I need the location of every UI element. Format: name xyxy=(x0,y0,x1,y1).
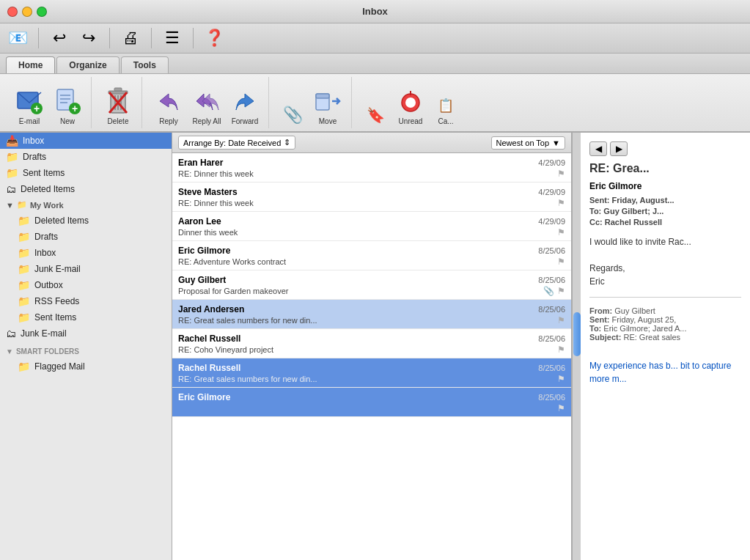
email-row-header: Rachel Russell 8/25/06 xyxy=(178,334,565,344)
email-button-label: E-mail xyxy=(19,117,40,125)
mywork-rss-icon: 📁 xyxy=(18,295,30,307)
email-row[interactable]: Eric Gilmore 8/25/06 ⚑ xyxy=(172,388,571,417)
email-row-header: Steve Masters 4/29/09 xyxy=(178,187,565,197)
tab-home[interactable]: Home xyxy=(6,56,55,73)
email-subject: RE: Dinner this week ⚑ xyxy=(178,198,565,208)
sidebar-section-smart[interactable]: ▼ SMART FOLDERS xyxy=(0,345,172,358)
email-row-header: Jared Andersen 8/25/06 xyxy=(178,304,565,314)
email-compose-icon[interactable]: 📧 xyxy=(6,26,29,50)
email-subject: Proposal for Garden makeover 📎⚑ xyxy=(178,286,565,296)
unread-button[interactable]: Unread xyxy=(393,85,428,127)
reply-all-button-label: Reply All xyxy=(193,117,221,125)
email-list-body: Eran Harer 4/29/09 RE: Dinner this week … xyxy=(172,153,571,560)
scrollbar[interactable] xyxy=(572,133,581,560)
email-row[interactable]: Steve Masters 4/29/09 RE: Dinner this we… xyxy=(172,183,571,212)
tab-tools[interactable]: Tools xyxy=(121,56,169,73)
sidebar-item-mywork-rss[interactable]: 📁 RSS Feeds xyxy=(0,293,172,309)
sidebar-section-mywork[interactable]: ▼ 📁 My Work xyxy=(0,197,172,213)
sort-selector[interactable]: Arrange By: Date Received ⇕ xyxy=(178,136,295,150)
mywork-icon: 📁 xyxy=(17,200,27,210)
email-row[interactable]: Eric Gilmore 8/25/06 RE: Adventure Works… xyxy=(172,241,571,270)
email-row[interactable]: Rachel Russell 8/25/06 RE: Great sales n… xyxy=(172,358,571,388)
reply-button[interactable]: Reply xyxy=(151,85,186,127)
prev-message-button[interactable]: ◀ xyxy=(589,141,607,156)
sidebar-item-mywork-junk[interactable]: 📁 Junk E-mail xyxy=(0,261,172,277)
order-label: Newest on Top xyxy=(496,139,550,147)
email-row[interactable]: Rachel Russell 8/25/06 RE: Coho Vineyard… xyxy=(172,329,571,358)
flagged-icon: 📁 xyxy=(18,361,30,372)
attachment-button[interactable]: 📎 xyxy=(278,103,307,127)
separator-4 xyxy=(193,28,194,48)
categorize-button[interactable]: 📋 Ca... xyxy=(431,94,460,127)
tags-button[interactable]: 🔖 xyxy=(361,103,390,127)
scroll-thumb[interactable] xyxy=(573,312,581,356)
ribbon-group-delete: Delete xyxy=(95,77,142,128)
delete-button[interactable]: Delete xyxy=(100,85,136,127)
email-sender: Aaron Lee xyxy=(178,216,221,226)
email-row[interactable]: Aaron Lee 4/29/09 Dinner this week ⚑ xyxy=(172,212,571,241)
email-subject: RE: Dinner this week ⚑ xyxy=(178,169,565,179)
reading-sent: Sent: Friday, August... xyxy=(589,196,741,205)
sidebar-item-mywork-outbox-label: Outbox xyxy=(34,280,63,290)
print-icon[interactable]: 🖨 xyxy=(119,26,142,50)
sidebar-item-sent[interactable]: 📁 Sent Items xyxy=(0,165,172,181)
sidebar-item-mywork-outbox[interactable]: 📁 Outbox xyxy=(0,277,172,293)
sidebar: 📥 Inbox 📁 Drafts 📁 Sent Items 🗂 Deleted … xyxy=(0,133,172,560)
reading-body: I would like to invite Rac... Regards, E… xyxy=(589,235,741,288)
forward-button-label: Forward xyxy=(232,117,259,125)
minimize-button[interactable] xyxy=(22,7,32,17)
email-row[interactable]: Guy Gilbert 8/25/06 Proposal for Garden … xyxy=(172,270,571,300)
title-bar: Inbox xyxy=(0,0,750,23)
tags-icon: 🔖 xyxy=(365,105,386,125)
next-message-button[interactable]: ▶ xyxy=(610,141,628,156)
sidebar-item-deleted-label: Deleted Items xyxy=(21,184,75,194)
flag-icon: ⚑ xyxy=(557,257,565,267)
sidebar-item-drafts[interactable]: 📁 Drafts xyxy=(0,149,172,165)
forward-button[interactable]: Forward xyxy=(227,85,262,127)
undo-icon[interactable]: ↩ xyxy=(48,26,71,50)
reply-all-button[interactable]: Reply All xyxy=(189,85,224,127)
sidebar-item-drafts-label: Drafts xyxy=(23,152,46,162)
email-sender: Rachel Russell xyxy=(178,334,240,344)
move-button-label: Move xyxy=(319,117,337,125)
sort-label: Arrange By: Date Received xyxy=(183,139,281,147)
email-date: 8/25/06 xyxy=(538,393,565,402)
tab-organize[interactable]: Organize xyxy=(56,56,119,73)
order-selector[interactable]: Newest on Top ▼ xyxy=(491,136,565,150)
help-icon[interactable]: ❓ xyxy=(202,26,226,50)
ribbon-group-tags: 🔖 Unread 📋 Ca... xyxy=(355,77,466,128)
redo-icon[interactable]: ↪ xyxy=(77,26,100,50)
move-button[interactable]: Move xyxy=(310,85,345,127)
sidebar-item-mywork-deleted[interactable]: 📁 Deleted Items xyxy=(0,213,172,229)
drafts-icon: 📁 xyxy=(6,151,18,163)
email-button[interactable]: + E-mail xyxy=(12,85,47,127)
mywork-arrow: ▼ xyxy=(6,201,14,210)
flag-icon: ⚑ xyxy=(557,403,565,413)
sidebar-item-junk[interactable]: 🗂 Junk E-mail xyxy=(0,325,172,342)
email-row[interactable]: Eran Harer 4/29/09 RE: Dinner this week … xyxy=(172,153,571,183)
mywork-drafts-icon: 📁 xyxy=(18,231,30,243)
view-icon[interactable]: ☰ xyxy=(161,26,184,50)
email-subject: Dinner this week ⚑ xyxy=(178,227,565,237)
email-row[interactable]: Jared Andersen 8/25/06 RE: Great sales n… xyxy=(172,300,571,329)
forward-icon xyxy=(230,86,260,116)
email-date: 8/25/06 xyxy=(538,334,565,343)
new-button[interactable]: + New xyxy=(50,85,85,127)
sidebar-item-flagged[interactable]: 📁 Flagged Mail xyxy=(0,358,172,375)
maximize-button[interactable] xyxy=(37,7,47,17)
window-controls[interactable] xyxy=(7,7,47,17)
sidebar-item-deleted[interactable]: 🗂 Deleted Items xyxy=(0,181,172,197)
sidebar-item-inbox-label: Inbox xyxy=(23,136,44,146)
flag-icon: ⚑ xyxy=(557,198,565,208)
separator-2 xyxy=(109,28,110,48)
email-date: 4/29/09 xyxy=(538,188,565,196)
close-button[interactable] xyxy=(7,7,18,17)
sidebar-item-mywork-drafts[interactable]: 📁 Drafts xyxy=(0,229,172,245)
reading-quoted-body: My experience has b... bit to capture mo… xyxy=(589,359,741,386)
sidebar-item-mywork-inbox-label: Inbox xyxy=(34,248,56,258)
sidebar-item-mywork-inbox[interactable]: 📁 Inbox xyxy=(0,245,172,261)
sidebar-item-mywork-sent[interactable]: 📁 Sent Items xyxy=(0,309,172,325)
email-list: Arrange By: Date Received ⇕ Newest on To… xyxy=(172,133,572,560)
sidebar-item-inbox[interactable]: 📥 Inbox xyxy=(0,133,172,149)
mywork-junk-icon: 📁 xyxy=(18,263,30,275)
